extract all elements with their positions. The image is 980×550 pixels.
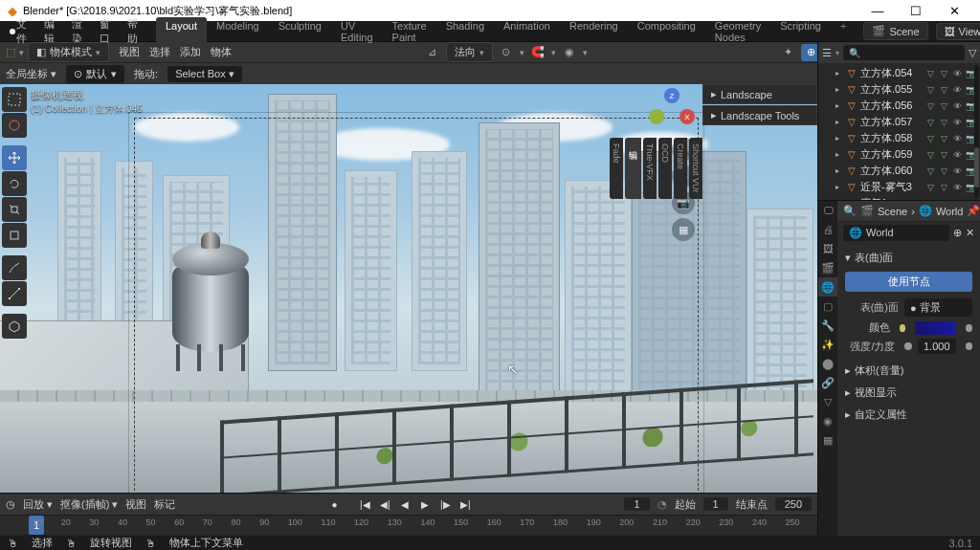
workspace-layout[interactable]: Layout [156, 17, 207, 46]
mesh-data-icon[interactable]: ▽ [924, 182, 936, 193]
strength-keyframe-icon[interactable] [966, 342, 973, 350]
proportional-icon[interactable]: ◉ [560, 44, 579, 61]
tool-add-cube[interactable] [2, 314, 27, 339]
mesh-data-icon[interactable]: ▽ [924, 117, 936, 128]
3d-viewport[interactable]: 摄像机透视 (1) Collection | 立方体.046 Z X 🔍 ✋ � [0, 84, 817, 493]
timeline-view[interactable]: 视图 [125, 497, 146, 512]
mesh-data-icon[interactable]: ▽ [924, 68, 936, 79]
workspace-compositing[interactable]: Compositing [628, 17, 705, 46]
menu-object[interactable]: 物体 [211, 45, 232, 59]
ntab-edit[interactable]: 编辑 [625, 138, 641, 199]
ntab-shortcut[interactable]: Shortcut VUr [689, 138, 702, 199]
outliner-row[interactable]: ▸▽雾气1▽▽👁📷 [818, 195, 980, 200]
prop-tab-material[interactable]: ◉ [818, 411, 837, 430]
visibility-icon[interactable]: 👁 [951, 182, 963, 193]
current-frame-input[interactable]: 1 [624, 497, 649, 511]
outliner-scrollbar[interactable] [974, 65, 979, 198]
timeline-playback[interactable]: 回放 ▾ [23, 497, 53, 512]
object-name[interactable]: 立方体.057 [860, 115, 922, 129]
expand-icon[interactable]: ▸ [835, 166, 843, 175]
material-icon[interactable]: ▽ [938, 198, 949, 201]
outliner-filter-icon[interactable]: ▽ [969, 47, 976, 59]
visibility-icon[interactable]: 👁 [951, 84, 963, 96]
selectability-icon[interactable]: ✦ [778, 44, 797, 61]
workspace-geonodes[interactable]: Geometry Nodes [705, 17, 770, 46]
viewlayer-dropdown[interactable]: 🖼ViewLayer [936, 23, 980, 40]
timeline-marker[interactable]: 标记 [154, 497, 175, 512]
color-keyframe-icon[interactable] [966, 324, 972, 332]
start-frame-input[interactable]: 1 [703, 497, 728, 511]
expand-icon[interactable]: ▸ [835, 118, 843, 126]
material-icon[interactable]: ▽ [938, 68, 949, 79]
visibility-icon[interactable]: 👁 [951, 133, 963, 144]
prop-tab-render[interactable]: 🖵 [818, 201, 837, 220]
end-frame-input[interactable]: 250 [775, 497, 812, 511]
tool-transform[interactable] [2, 223, 27, 248]
tool-cursor[interactable] [2, 113, 27, 138]
ntab-fade[interactable]: Fade [610, 138, 623, 199]
disable-render-icon[interactable]: 📷 [965, 198, 976, 201]
section-surface-header[interactable]: ▾表(曲)面 [845, 247, 972, 269]
gizmo-x-axis[interactable]: X [679, 109, 695, 124]
object-name[interactable]: 立方体.058 [860, 131, 922, 145]
mesh-data-icon[interactable]: ▽ [924, 165, 936, 177]
workspace-shading[interactable]: Shading [436, 17, 494, 46]
npanel-landscape-tools[interactable]: ▸Landscape Tools [702, 105, 817, 125]
workspace-modeling[interactable]: Modeling [207, 17, 269, 46]
menu-view[interactable]: 视图 [119, 45, 140, 59]
nav-perspective-icon[interactable]: ▦ [672, 218, 695, 241]
orientation-icon[interactable]: ⊿ [423, 44, 442, 61]
timeline-type-icon[interactable]: ◷ [6, 498, 15, 511]
color-socket-icon[interactable] [900, 324, 906, 332]
prop-tab-data[interactable]: ▽ [818, 392, 837, 411]
outliner-row[interactable]: ▸▽立方体.056▽▽👁📷 [818, 98, 980, 114]
prop-tab-output[interactable]: 🖨 [818, 220, 837, 239]
outliner-row[interactable]: ▸▽立方体.059▽▽👁📷 [818, 146, 980, 163]
prop-tab-modifier[interactable]: 🔧 [818, 316, 837, 335]
close-button[interactable]: ✕ [936, 0, 972, 21]
strength-value-input[interactable]: 1.000 [918, 339, 956, 354]
tool-select-box[interactable] [2, 87, 27, 112]
section-volume[interactable]: ▸体积(音量) [837, 360, 980, 382]
workspace-uv[interactable]: UV Editing [331, 17, 383, 46]
mesh-data-icon[interactable]: ▽ [924, 84, 936, 96]
workspace-scripting[interactable]: Scripting [770, 17, 831, 46]
outliner-row[interactable]: ▸▽立方体.058▽▽👁📷 [818, 130, 980, 146]
menu-help[interactable]: 帮助 [121, 14, 145, 49]
object-name[interactable]: 立方体.055 [860, 82, 922, 97]
prop-tab-constraint[interactable]: 🔗 [818, 373, 837, 392]
prop-tab-physics[interactable]: ⬤ [818, 354, 837, 373]
object-name[interactable]: 立方体.059 [860, 147, 922, 162]
workspace-texture[interactable]: Texture Paint [383, 17, 436, 46]
prop-tab-texture[interactable]: ▦ [818, 430, 837, 450]
workspace-add[interactable]: + [831, 17, 856, 46]
jump-end-icon[interactable]: ▶| [456, 496, 475, 512]
color-swatch[interactable] [915, 321, 956, 335]
visibility-icon[interactable]: 👁 [951, 100, 963, 112]
prop-tab-world[interactable]: 🌐 [818, 277, 837, 297]
nav-gizmo[interactable]: Z X [647, 88, 697, 138]
prop-tab-viewlayer[interactable]: 🖼 [818, 239, 837, 258]
maximize-button[interactable]: ☐ [898, 0, 934, 21]
menu-add[interactable]: 添加 [180, 45, 201, 59]
expand-icon[interactable]: ▸ [835, 101, 843, 110]
gizmo-y-axis[interactable] [649, 109, 664, 124]
material-icon[interactable]: ▽ [938, 133, 949, 144]
section-viewport-display[interactable]: ▸视图显示 [837, 382, 980, 404]
visibility-icon[interactable]: 👁 [951, 149, 963, 161]
mesh-data-icon[interactable]: ▽ [924, 133, 936, 144]
expand-icon[interactable]: ▸ [835, 150, 843, 159]
surface-value[interactable]: ● 背景 [904, 298, 972, 317]
expand-icon[interactable]: ▸ [835, 134, 843, 143]
mesh-data-icon[interactable]: ▽ [924, 149, 936, 161]
coord-label[interactable]: 全局坐标 ▾ [6, 67, 56, 81]
new-world-icon[interactable]: ⊕ [953, 227, 962, 239]
keyframe-prev-icon[interactable]: ◀| [375, 496, 394, 512]
visibility-icon[interactable]: 👁 [951, 165, 963, 177]
unlink-world-icon[interactable]: ✕ [966, 227, 974, 239]
workspace-sculpting[interactable]: Sculpting [269, 17, 331, 46]
play-icon[interactable]: ▶ [415, 496, 434, 512]
outliner-row[interactable]: ▸▽立方体.057▽▽👁📷 [818, 114, 980, 130]
ntab-truevfx[interactable]: True-VFX [643, 138, 657, 199]
npanel-landscape[interactable]: ▸Landscape [702, 84, 817, 104]
